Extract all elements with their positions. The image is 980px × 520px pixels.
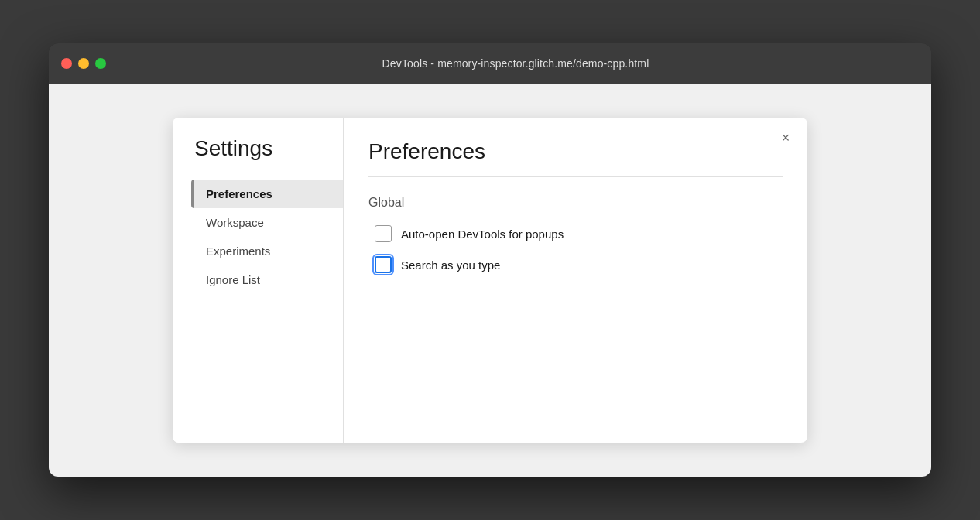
option-auto-open: Auto-open DevTools for popups [375, 225, 783, 242]
search-as-you-type-label: Search as you type [401, 258, 500, 272]
traffic-lights [61, 58, 106, 69]
auto-open-label: Auto-open DevTools for popups [401, 228, 564, 241]
settings-sidebar: Settings Preferences Workspace Experimen… [173, 118, 343, 443]
search-as-you-type-checkbox[interactable] [375, 256, 392, 273]
minimize-traffic-light[interactable] [78, 58, 89, 69]
title-bar: DevTools - memory-inspector.glitch.me/de… [49, 43, 931, 84]
maximize-traffic-light[interactable] [95, 58, 106, 69]
browser-content: × Settings Preferences Workspace Experim… [49, 84, 931, 477]
section-divider [368, 176, 783, 177]
dialog-close-button[interactable]: × [776, 128, 795, 147]
auto-open-devtools-checkbox[interactable] [375, 225, 392, 242]
sidebar-item-preferences[interactable]: Preferences [191, 180, 343, 208]
sidebar-item-experiments[interactable]: Experiments [191, 237, 343, 265]
main-content: Preferences Global Auto-open DevTools fo… [344, 118, 807, 443]
section-title: Preferences [368, 139, 783, 164]
search-as-you-type-checkbox-wrapper [375, 256, 392, 273]
close-traffic-light[interactable] [61, 58, 72, 69]
browser-title: DevTools - memory-inspector.glitch.me/de… [112, 57, 919, 70]
sidebar-item-workspace[interactable]: Workspace [191, 208, 343, 237]
browser-window: DevTools - memory-inspector.glitch.me/de… [49, 43, 931, 477]
auto-open-checkbox-wrapper [375, 225, 392, 242]
sidebar-nav: Preferences Workspace Experiments Ignore… [191, 180, 343, 294]
subsection-title: Global [368, 196, 783, 210]
option-search-as-you-type: Search as you type [375, 256, 783, 273]
settings-dialog: × Settings Preferences Workspace Experim… [173, 118, 807, 443]
settings-title: Settings [191, 136, 343, 161]
options-list: Auto-open DevTools for popups Search as … [368, 225, 783, 273]
sidebar-item-ignore-list[interactable]: Ignore List [191, 265, 343, 294]
